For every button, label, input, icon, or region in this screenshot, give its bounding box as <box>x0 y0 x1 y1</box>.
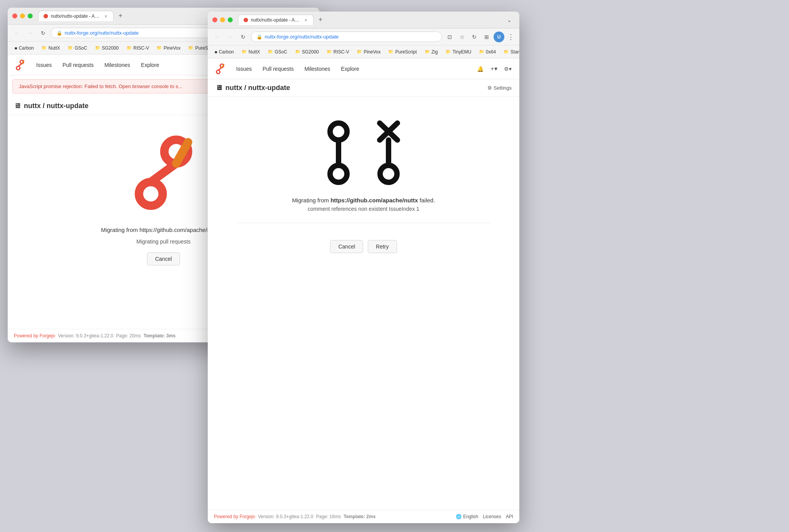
bm-sg2000-front[interactable]: 📁 SG2000 <box>292 48 322 56</box>
bell-icon-front[interactable]: 🔔 <box>475 63 485 74</box>
close-button-front[interactable] <box>212 17 217 22</box>
bm-pinevox-label-front: PineVox <box>364 49 380 55</box>
forgejo-loading-logo <box>121 130 206 215</box>
bm-purescript-front[interactable]: 📁 PureScript <box>385 48 420 56</box>
language-selector-front[interactable]: 🌐 English <box>456 514 478 519</box>
repo-icon-front: 🖥 <box>215 84 222 92</box>
bm-0x64-front[interactable]: 📁 0x64 <box>476 48 499 56</box>
migration-prefix: Migrating from <box>292 197 330 203</box>
bm-pinevox-back[interactable]: 📁 PineVox <box>153 44 183 52</box>
riscv-folder-icon-back: 📁 <box>127 45 132 50</box>
tab-favicon-back <box>43 13 48 19</box>
titlebar-front: nuttx/nuttx-update - Apach... ✕ + ⌄ <box>208 12 519 28</box>
bm-0x64-label-front: 0x64 <box>486 49 496 55</box>
back-button-back[interactable]: ← <box>12 28 22 38</box>
extensions-button-front[interactable]: ⊞ <box>481 32 492 42</box>
settings-label-front: Settings <box>494 85 512 91</box>
zig-folder-icon-front: 📁 <box>425 49 430 54</box>
traffic-lights-back <box>12 13 33 18</box>
nav-explore-front[interactable]: Explore <box>339 64 361 73</box>
forgejo-logo-back[interactable] <box>14 59 26 71</box>
forgejo-nav-front: Issues Pull requests Milestones Explore … <box>208 58 519 79</box>
0x64-folder-icon-front: 📁 <box>479 49 484 54</box>
nav-milestones-front[interactable]: Milestones <box>302 64 332 73</box>
migration-error-text: comment references non existent IssueInd… <box>308 206 419 212</box>
nav-links-back: Issues Pull requests Milestones Explore <box>34 60 162 70</box>
bm-tinyemu-front[interactable]: 📁 TinyEMU <box>442 48 474 56</box>
bm-riscv-back[interactable]: 📁 RISC-V <box>123 44 152 52</box>
maximize-button-back[interactable] <box>28 13 33 18</box>
nav-issues-front[interactable]: Issues <box>234 64 254 73</box>
bm-gsoc-back[interactable]: 📁 GSoC <box>65 44 90 52</box>
cast-button-front[interactable]: ⊡ <box>444 32 455 42</box>
back-button-front[interactable]: ← <box>212 32 222 42</box>
minimize-button-back[interactable] <box>20 13 25 18</box>
migration-suffix: failed. <box>418 197 435 203</box>
address-text-back: nuttx-forge.org/nuttx/nuttx-update <box>65 30 138 36</box>
nav-milestones-back[interactable]: Milestones <box>102 60 132 70</box>
menu-button-front[interactable]: ⋮ <box>506 33 515 41</box>
bm-star64-label-front: Star64 <box>510 49 519 55</box>
bm-riscv-front[interactable]: 📁 RISC-V <box>324 48 352 56</box>
reload-button-front[interactable]: ↻ <box>238 32 249 42</box>
forward-button-back[interactable]: → <box>25 28 35 38</box>
purescript-folder-icon-back: 📁 <box>188 45 193 50</box>
bm-carbon-label-back: Carbon <box>19 45 34 51</box>
failed-pr-icon <box>371 120 406 185</box>
active-tab-front[interactable]: nuttx/nuttx-update - Apach... ✕ <box>238 15 314 25</box>
bm-nuttx-front[interactable]: 📁 NuttX <box>239 48 263 56</box>
bm-carbon-front[interactable]: ■ Carbon <box>212 48 237 56</box>
reload-button-back[interactable]: ↻ <box>38 28 48 38</box>
carbon-icon-front: ■ <box>215 50 217 54</box>
pinevox-folder-icon-front: 📁 <box>357 49 362 54</box>
nav-explore-back[interactable]: Explore <box>138 60 161 70</box>
cancel-button-back[interactable]: Cancel <box>147 252 180 265</box>
sg2000-folder-icon-front: 📁 <box>295 49 300 54</box>
closed-pr-icon <box>321 120 356 185</box>
new-tab-button-back[interactable]: + <box>115 11 126 22</box>
bm-nuttx-label-front: NuttX <box>249 49 260 55</box>
bm-gsoc-front[interactable]: 📁 GSoC <box>265 48 290 56</box>
download-button-front[interactable]: ↻ <box>469 32 480 42</box>
bm-pinevox-label-back: PineVox <box>163 45 180 51</box>
migration-buttons-front: Cancel Retry <box>330 240 397 253</box>
close-button-back[interactable] <box>12 13 17 18</box>
tab-title-back: nuttx/nuttx-update - Apach... <box>51 13 101 19</box>
retry-button-front[interactable]: Retry <box>368 240 397 253</box>
cancel-button-front[interactable]: Cancel <box>330 240 363 253</box>
licenses-link-front[interactable]: Licenses <box>483 514 501 519</box>
settings-link-front[interactable]: ⚙ Settings <box>487 85 512 91</box>
nav-pullrequests-back[interactable]: Pull requests <box>60 60 96 70</box>
new-tab-button-front[interactable]: + <box>315 15 326 25</box>
maximize-button-front[interactable] <box>228 17 233 22</box>
bookmark-star-front[interactable]: ☆ <box>457 32 467 42</box>
minimize-button-front[interactable] <box>220 17 225 22</box>
tab-close-front[interactable]: ✕ <box>303 17 309 23</box>
lock-icon-front: 🔒 <box>257 34 262 40</box>
migration-fail-text: Migrating from https://github.com/apache… <box>292 197 435 203</box>
tab-menu-front[interactable]: ⌄ <box>504 15 515 25</box>
nav-issues-back[interactable]: Issues <box>34 60 54 70</box>
active-tab-back[interactable]: nuttx/nuttx-update - Apach... ✕ <box>38 11 113 21</box>
api-link-front[interactable]: API <box>506 514 513 519</box>
bm-zig-front[interactable]: 📁 Zig <box>422 48 441 56</box>
bm-star64-front[interactable]: 📁 Star64 <box>500 48 519 56</box>
bm-nuttx-back[interactable]: 📁 NuttX <box>38 44 63 52</box>
address-field-front[interactable]: 🔒 nuttx-forge.org/nuttx/nuttx-update <box>251 32 442 42</box>
pinevox-folder-icon-back: 📁 <box>157 45 162 50</box>
profile-avatar-front[interactable]: U <box>494 32 504 42</box>
plus-button-front[interactable]: +▾ <box>489 63 499 74</box>
globe-icon-front: 🌐 <box>456 514 462 519</box>
forgejo-logo-front[interactable] <box>214 63 226 75</box>
bm-pinevox-front[interactable]: 📁 PineVox <box>354 48 384 56</box>
svg-point-16 <box>330 165 347 182</box>
settings-gear-nav-front[interactable]: ⚙▾ <box>502 63 513 74</box>
nav-pullrequests-front[interactable]: Pull requests <box>260 64 296 73</box>
riscv-folder-icon-front: 📁 <box>327 49 332 54</box>
bm-nuttx-label-back: NuttX <box>48 45 60 51</box>
bm-carbon-back[interactable]: ■ Carbon <box>12 44 37 52</box>
bookmarks-bar-front: ■ Carbon 📁 NuttX 📁 GSoC 📁 SG2000 📁 RISC-… <box>208 45 519 58</box>
bm-sg2000-back[interactable]: 📁 SG2000 <box>92 44 122 52</box>
forward-button-front[interactable]: → <box>225 32 235 42</box>
tab-close-back[interactable]: ✕ <box>103 13 108 19</box>
